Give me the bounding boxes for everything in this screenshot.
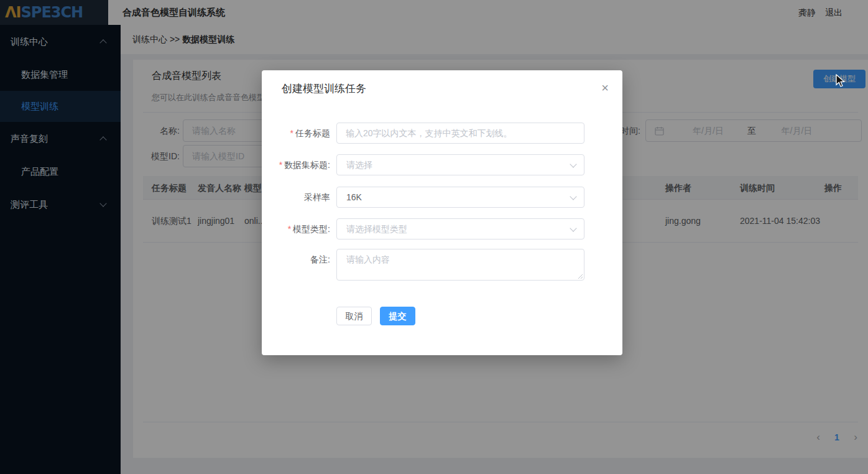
field-label-text: 备注: bbox=[310, 254, 330, 264]
textarea-placeholder: 请输入内容 bbox=[346, 254, 390, 266]
field-label-text: 任务标题 bbox=[295, 128, 330, 138]
task-title-field bbox=[336, 123, 584, 144]
screen: ΛISPE3CH 合成音色模型自训练系统 龚静 退出 训练中心 数据集管理 模型… bbox=[0, 0, 868, 474]
modal-title: 创建模型训练任务 bbox=[282, 81, 366, 96]
remarks-label: 备注: bbox=[262, 253, 330, 266]
model-type-select[interactable]: 请选择模型类型 bbox=[336, 218, 584, 239]
field-label-text: 数据集标题: bbox=[284, 160, 330, 170]
cancel-button[interactable]: 取消 bbox=[336, 307, 372, 325]
required-mark: * bbox=[279, 160, 282, 170]
sample-rate-label: 采样率 bbox=[262, 187, 330, 208]
chevron-down-icon bbox=[570, 225, 576, 231]
submit-button[interactable]: 提交 bbox=[380, 307, 415, 325]
chevron-down-icon bbox=[570, 160, 576, 167]
model-type-label: *模型类型: bbox=[262, 218, 330, 239]
required-mark: * bbox=[290, 128, 293, 138]
task-title-input[interactable] bbox=[337, 123, 584, 143]
select-placeholder: 请选择模型类型 bbox=[346, 219, 407, 239]
select-placeholder: 请选择 bbox=[346, 155, 372, 175]
task-title-label: *任务标题 bbox=[262, 123, 330, 144]
required-mark: * bbox=[288, 224, 291, 234]
close-icon[interactable]: × bbox=[598, 80, 612, 95]
field-label-text: 采样率 bbox=[304, 192, 330, 202]
select-value: 16K bbox=[346, 187, 362, 207]
field-label-text: 模型类型: bbox=[293, 224, 330, 234]
create-training-task-modal: 创建模型训练任务 × *任务标题 *数据集标题: 请选择 采样率 16K *模型… bbox=[262, 70, 622, 355]
chevron-down-icon bbox=[570, 193, 576, 200]
dataset-title-label: *数据集标题: bbox=[262, 154, 330, 175]
resize-handle-icon[interactable] bbox=[577, 273, 583, 279]
dataset-title-select[interactable]: 请选择 bbox=[336, 154, 584, 175]
remarks-textarea[interactable]: 请输入内容 bbox=[336, 249, 584, 281]
sample-rate-select[interactable]: 16K bbox=[336, 187, 584, 208]
